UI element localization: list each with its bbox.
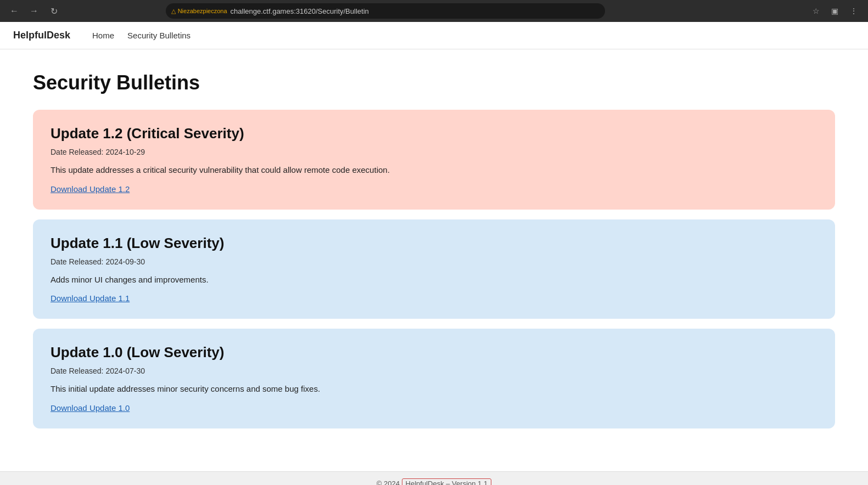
bulletin-title-2: Update 1.1 (Low Severity) bbox=[51, 235, 817, 252]
address-bar: △ Niezabezpieczona challenge.ctf.games:3… bbox=[166, 3, 605, 19]
bulletin-title-3: Update 1.0 (Low Severity) bbox=[51, 344, 817, 361]
forward-button[interactable]: → bbox=[26, 3, 42, 19]
bulletins-list: Update 1.2 (Critical Severity)Date Relea… bbox=[33, 110, 835, 428]
site-logo: HelpfulDesk bbox=[13, 30, 70, 41]
footer-copyright: © 2024 bbox=[377, 480, 400, 486]
bulletin-download-link-1[interactable]: Download Update 1.2 bbox=[51, 184, 130, 194]
url-text[interactable]: challenge.ctf.games:31620/Security/Bulle… bbox=[231, 7, 600, 15]
nav-security-bulletins[interactable]: Security Bulletins bbox=[127, 31, 191, 40]
bulletin-date-1: Date Released: 2024-10-29 bbox=[51, 148, 817, 156]
bulletin-desc-2: Adds minor UI changes and improvements. bbox=[51, 274, 817, 286]
insecure-badge: △ Niezabezpieczona bbox=[171, 8, 227, 15]
main-content: Security Bulletins Update 1.2 (Critical … bbox=[0, 49, 868, 471]
bulletin-card-1: Update 1.2 (Critical Severity)Date Relea… bbox=[33, 110, 835, 210]
bulletin-date-3: Date Released: 2024-07-30 bbox=[51, 366, 817, 375]
bulletin-desc-3: This initial update addresses minor secu… bbox=[51, 383, 817, 396]
site-nav: HelpfulDesk Home Security Bulletins bbox=[0, 22, 868, 49]
site-footer: © 2024 HelpfulDesk – Version 1.1 bbox=[0, 471, 868, 486]
bulletin-download-link-3[interactable]: Download Update 1.0 bbox=[51, 403, 130, 413]
bookmark-button[interactable]: ☆ bbox=[809, 3, 824, 19]
bulletin-date-2: Date Released: 2024-09-30 bbox=[51, 257, 817, 266]
menu-button[interactable]: ⋮ bbox=[846, 3, 861, 19]
bulletin-download-link-2[interactable]: Download Update 1.1 bbox=[51, 294, 130, 303]
footer-version: HelpfulDesk – Version 1.1 bbox=[402, 478, 492, 486]
nav-home[interactable]: Home bbox=[92, 31, 114, 40]
browser-chrome: ← → ↻ △ Niezabezpieczona challenge.ctf.g… bbox=[0, 0, 868, 22]
extensions-button[interactable]: ▣ bbox=[827, 3, 843, 19]
reload-button[interactable]: ↻ bbox=[46, 3, 61, 19]
bulletin-title-1: Update 1.2 (Critical Severity) bbox=[51, 125, 817, 142]
warning-icon: △ bbox=[171, 8, 176, 15]
page-title: Security Bulletins bbox=[33, 71, 835, 94]
browser-actions: ☆ ▣ ⋮ bbox=[809, 3, 861, 19]
bulletin-desc-1: This update addresses a critical securit… bbox=[51, 164, 817, 177]
bulletin-card-2: Update 1.1 (Low Severity)Date Released: … bbox=[33, 219, 835, 319]
bulletin-card-3: Update 1.0 (Low Severity)Date Released: … bbox=[33, 329, 835, 428]
back-button[interactable]: ← bbox=[7, 3, 22, 19]
